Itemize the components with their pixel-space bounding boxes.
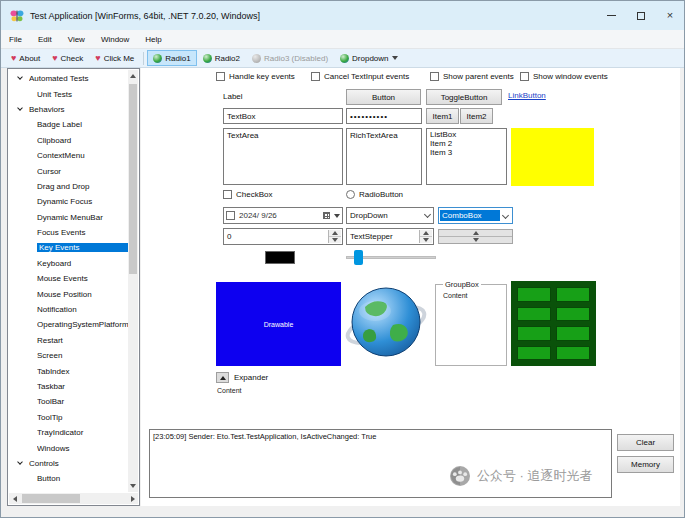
sidebar-item-contextmenu[interactable]: ContextMenu bbox=[9, 148, 128, 163]
close-button[interactable]: × bbox=[655, 2, 685, 29]
radiobutton-control[interactable]: RadioButton bbox=[346, 190, 403, 199]
sidebar-item-taskbar[interactable]: Taskbar bbox=[9, 379, 128, 394]
sidebar-item-windows[interactable]: Windows bbox=[9, 440, 128, 455]
sidebar-item-focus-events[interactable]: Focus Events bbox=[9, 225, 128, 240]
spin-up-button[interactable] bbox=[420, 230, 432, 237]
stepper-down-button[interactable] bbox=[439, 237, 512, 243]
drawable-panel[interactable]: Drawable bbox=[216, 282, 341, 366]
minimize-button[interactable] bbox=[596, 2, 626, 29]
clear-button[interactable]: Clear bbox=[617, 434, 674, 451]
button-control[interactable]: Button bbox=[346, 89, 421, 105]
combobox-control[interactable]: ComboBox bbox=[438, 207, 513, 224]
cancel-textinput-events-checkbox[interactable]: Cancel TextInput events bbox=[311, 72, 409, 81]
toolbar-dropdown-button[interactable]: Dropdown bbox=[334, 50, 403, 66]
stepper-control[interactable] bbox=[438, 229, 513, 244]
sidebar-item-operatingsystemplatform[interactable]: OperatingSystemPlatform bbox=[9, 317, 128, 332]
textbox-input[interactable]: TextBox bbox=[223, 108, 343, 124]
toolbar-check-button[interactable]: ♥Check bbox=[46, 50, 89, 66]
scroll-left-button[interactable] bbox=[9, 493, 20, 504]
slider-thumb[interactable] bbox=[354, 250, 363, 265]
table-cell bbox=[517, 307, 551, 322]
menu-file[interactable]: File bbox=[1, 30, 30, 49]
sidebar-item-dynamic-menubar[interactable]: Dynamic MenuBar bbox=[9, 210, 128, 225]
checkbox-icon[interactable] bbox=[226, 211, 235, 220]
sphere-icon bbox=[340, 54, 349, 63]
toolbar-radio2-button[interactable]: Radio2 bbox=[197, 50, 246, 66]
stepper-up-button[interactable] bbox=[439, 230, 512, 237]
sidebar-item-tabindex[interactable]: TabIndex bbox=[9, 363, 128, 378]
spinner-buttons[interactable] bbox=[419, 230, 432, 243]
toggle-button-control[interactable]: ToggleButton bbox=[426, 89, 502, 105]
handle-key-events-checkbox[interactable]: Handle key events bbox=[216, 72, 295, 81]
link-button-control[interactable]: LinkButton bbox=[508, 91, 546, 100]
sidebar-item-mouse-position[interactable]: Mouse Position bbox=[9, 286, 128, 301]
sidebar-item-automated-tests[interactable]: Automated Tests bbox=[9, 71, 128, 86]
sidebar-item-toolbar[interactable]: ToolBar bbox=[9, 394, 128, 409]
dropdown-control[interactable]: DropDown bbox=[346, 207, 434, 224]
show-parent-events-checkbox[interactable]: Show parent events bbox=[430, 72, 514, 81]
sidebar-item-behaviors[interactable]: Behaviors bbox=[9, 102, 128, 117]
segmented-item2-button[interactable]: Item2 bbox=[460, 108, 493, 124]
sidebar-item-screen[interactable]: Screen bbox=[9, 348, 128, 363]
expander-toggle-button[interactable] bbox=[216, 372, 229, 383]
sidebar-item-dynamic-focus[interactable]: Dynamic Focus bbox=[9, 194, 128, 209]
chevron-down-icon[interactable] bbox=[17, 74, 23, 80]
event-log[interactable]: [23:05:09] Sender: Eto.Test.TestApplicat… bbox=[149, 429, 612, 498]
numeric-stepper[interactable]: 0 bbox=[223, 228, 343, 245]
password-input[interactable]: •••••••••• bbox=[346, 108, 422, 124]
sidebar-item-restart[interactable]: Restart bbox=[9, 333, 128, 348]
chevron-down-icon[interactable] bbox=[334, 214, 340, 218]
toolbar-about-button[interactable]: ♥About bbox=[5, 50, 46, 66]
checkbox-control[interactable]: CheckBox bbox=[223, 190, 272, 199]
menu-view[interactable]: View bbox=[60, 30, 93, 49]
paw-icon bbox=[449, 465, 471, 487]
sidebar-item-cursor[interactable]: Cursor bbox=[9, 163, 128, 178]
sidebar-horizontal-scrollbar[interactable] bbox=[9, 493, 138, 504]
list-item[interactable]: Item 2 bbox=[430, 139, 503, 148]
sidebar-item-controls[interactable]: Controls bbox=[9, 456, 128, 471]
sidebar-item-button[interactable]: Button bbox=[9, 471, 128, 486]
list-item[interactable]: ListBox bbox=[430, 130, 503, 139]
show-window-events-checkbox[interactable]: Show window events bbox=[520, 72, 608, 81]
spin-down-button[interactable] bbox=[329, 237, 341, 243]
textarea-input[interactable]: TextArea bbox=[223, 128, 343, 185]
slider-control[interactable] bbox=[346, 250, 436, 265]
toolbar-click-me-button[interactable]: ♥Click Me bbox=[89, 50, 140, 66]
segmented-item1-button[interactable]: Item1 bbox=[426, 108, 459, 124]
sidebar-item-key-events[interactable]: Key Events bbox=[9, 240, 128, 255]
text-stepper[interactable]: TextStepper bbox=[346, 228, 434, 245]
list-item[interactable]: Item 3 bbox=[430, 148, 503, 157]
sidebar-item-mouse-events[interactable]: Mouse Events bbox=[9, 271, 128, 286]
chevron-down-icon[interactable] bbox=[17, 105, 23, 111]
sidebar-vertical-scrollbar[interactable] bbox=[128, 70, 138, 492]
spin-down-button[interactable] bbox=[420, 237, 432, 243]
sidebar-item-keyboard[interactable]: Keyboard bbox=[9, 256, 128, 271]
date-picker[interactable]: 2024/ 9/26 bbox=[223, 207, 343, 224]
menu-window[interactable]: Window bbox=[93, 30, 137, 49]
maximize-button[interactable] bbox=[626, 2, 656, 29]
sidebar-item-unit-tests[interactable]: Unit Tests bbox=[9, 86, 128, 101]
scroll-right-button[interactable] bbox=[127, 493, 138, 504]
sidebar-item-clipboard[interactable]: Clipboard bbox=[9, 133, 128, 148]
rich-textarea-input[interactable]: RichTextArea bbox=[346, 128, 422, 185]
scroll-down-button[interactable] bbox=[128, 480, 138, 492]
chevron-down-icon[interactable] bbox=[17, 459, 23, 465]
chevron-down-icon[interactable] bbox=[502, 212, 509, 219]
sidebar-item-badge-label[interactable]: Badge Label bbox=[9, 117, 128, 132]
vertical-scroll-thumb[interactable] bbox=[129, 84, 137, 274]
horizontal-scroll-thumb[interactable] bbox=[22, 494, 80, 503]
sidebar-item-drag-and-drop[interactable]: Drag and Drop bbox=[9, 179, 128, 194]
groupbox-content: Content bbox=[443, 292, 468, 299]
sidebar-item-trayindicator[interactable]: TrayIndicator bbox=[9, 425, 128, 440]
toolbar-radio1-button[interactable]: Radio1 bbox=[147, 50, 196, 66]
spin-up-button[interactable] bbox=[329, 230, 341, 237]
memory-button[interactable]: Memory bbox=[617, 456, 674, 473]
color-picker[interactable] bbox=[265, 251, 295, 264]
spinner-buttons[interactable] bbox=[328, 230, 341, 243]
sidebar-item-tooltip[interactable]: ToolTip bbox=[9, 410, 128, 425]
menu-edit[interactable]: Edit bbox=[30, 30, 60, 49]
sidebar-item-notification[interactable]: Notification bbox=[9, 302, 128, 317]
scroll-up-button[interactable] bbox=[128, 70, 138, 82]
menu-help[interactable]: Help bbox=[137, 30, 169, 49]
listbox-control[interactable]: ListBox Item 2 Item 3 bbox=[426, 128, 507, 185]
